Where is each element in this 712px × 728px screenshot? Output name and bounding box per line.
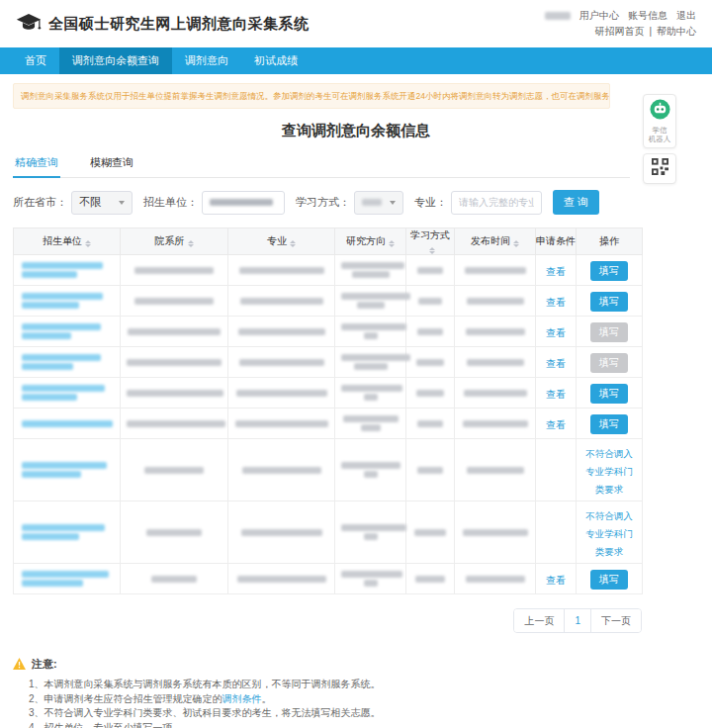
sort-icon	[513, 240, 519, 247]
user-center-link[interactable]: 用户中心	[579, 8, 619, 24]
cell-unit-link[interactable]	[14, 317, 121, 347]
cell-major	[228, 255, 335, 286]
tab-0[interactable]: 精确查询	[13, 150, 60, 178]
col-header-3[interactable]: 研究方向	[335, 228, 406, 255]
fill-button[interactable]: 填写	[590, 414, 628, 434]
cell-unit-link[interactable]	[14, 286, 121, 317]
redacted-text	[240, 298, 323, 305]
redacted-text	[239, 359, 324, 366]
yz-home-link[interactable]: 研招网首页	[594, 24, 644, 40]
cell-unit-link[interactable]	[14, 409, 121, 439]
fill-button[interactable]: 填写	[590, 384, 628, 404]
nav-item-2[interactable]: 调剂意向	[172, 47, 241, 74]
cell-major	[228, 409, 335, 439]
redacted-text	[22, 462, 107, 469]
nav-item-3[interactable]: 初试成绩	[241, 47, 311, 74]
cell-major	[228, 378, 335, 409]
next-page-button[interactable]: 下一页	[590, 609, 641, 632]
cell-action: 填写	[577, 347, 643, 378]
cell-major	[228, 439, 335, 501]
page-1-button[interactable]: 1	[564, 609, 590, 632]
view-link[interactable]: 查看	[546, 297, 566, 308]
redacted-text	[22, 293, 103, 300]
prev-page-button[interactable]: 上一页	[514, 609, 564, 632]
table-row: 不符合调入专业学科门类要求	[14, 439, 643, 501]
cell-publish-time	[455, 378, 536, 409]
redacted-text	[242, 467, 321, 474]
col-header-1[interactable]: 院系所	[121, 228, 228, 255]
fill-button[interactable]: 填写	[590, 261, 628, 281]
cell-unit-link[interactable]	[14, 501, 121, 564]
nav-item-0[interactable]: 首页	[12, 47, 59, 74]
table-row: 查看填写	[14, 564, 643, 594]
redacted-text	[238, 328, 325, 335]
cell-action: 填写	[577, 409, 643, 439]
qr-code-button[interactable]	[643, 153, 676, 184]
major-input[interactable]	[459, 197, 534, 208]
redacted-text	[144, 467, 204, 474]
cell-publish-time	[455, 439, 536, 501]
cell-dept	[121, 439, 228, 501]
cell-study-mode	[406, 255, 455, 286]
cell-direction	[335, 439, 406, 501]
not-eligible-text[interactable]: 不符合调入专业学科门类要求	[585, 448, 633, 495]
cell-study-mode	[406, 286, 455, 317]
province-select[interactable]: 不限	[71, 191, 133, 215]
view-link[interactable]: 查看	[546, 266, 566, 277]
cell-unit-link[interactable]	[14, 255, 121, 286]
sort-icon	[389, 240, 395, 247]
search-button[interactable]: 查 询	[553, 190, 599, 215]
redacted-text	[146, 529, 202, 536]
cell-direction	[335, 255, 406, 286]
cell-study-mode	[406, 409, 455, 439]
view-link[interactable]: 查看	[546, 419, 566, 430]
col-header-2[interactable]: 专业	[228, 228, 335, 255]
col-header-5[interactable]: 发布时间	[455, 228, 536, 255]
view-link[interactable]: 查看	[546, 389, 566, 400]
fill-button[interactable]: 填写	[590, 292, 628, 312]
account-info-link[interactable]: 账号信息	[628, 8, 668, 24]
logout-link[interactable]: 退出	[676, 8, 696, 24]
note-item-4: 4、招生单位、专业至少填写一项。	[13, 721, 699, 728]
cell-unit-link[interactable]	[14, 378, 121, 409]
note-text: 3、不符合调入专业学科门类要求、初试科目要求的考生，将无法填写相关志愿。	[29, 707, 381, 718]
warning-icon	[13, 658, 26, 672]
study-mode-select[interactable]	[354, 191, 403, 215]
cell-unit-link[interactable]	[14, 439, 121, 501]
study-value-redacted	[362, 199, 382, 206]
redacted-text	[415, 576, 445, 583]
nav-item-1[interactable]: 调剂意向余额查询	[59, 47, 172, 74]
not-eligible-text[interactable]: 不符合调入专业学科门类要求	[585, 510, 633, 557]
cell-study-mode	[406, 439, 455, 501]
cell-unit-link[interactable]	[14, 347, 121, 378]
redacted-text	[239, 267, 324, 274]
redacted-text	[22, 385, 105, 392]
redacted-text	[466, 328, 525, 335]
redacted-text	[341, 262, 404, 269]
note-item-1: 1、本调剂意向采集系统与调剂服务系统有本质的区别，不等同于调剂服务系统。	[13, 678, 699, 692]
cell-study-mode	[406, 564, 455, 594]
view-link[interactable]: 查看	[546, 575, 566, 586]
main-nav: 首页调剂意向余额查询调剂意向初试成绩	[0, 47, 712, 74]
redacted-text	[416, 390, 444, 397]
note-item-2: 2、申请调剂考生应符合招生管理规定确定的调剂条件。	[13, 692, 699, 707]
redacted-text	[22, 420, 113, 427]
user-name-redacted	[545, 12, 571, 20]
robot-assistant-button[interactable]: 学信 机器人	[643, 94, 676, 148]
cell-publish-time	[455, 564, 536, 594]
cell-direction	[335, 378, 406, 409]
view-link[interactable]: 查看	[546, 327, 566, 338]
tab-1[interactable]: 模糊查询	[88, 150, 135, 177]
cell-conditions: 查看	[536, 409, 577, 439]
unit-input[interactable]	[202, 191, 285, 215]
major-input-wrap	[451, 191, 542, 215]
cell-action: 不符合调入专业学科门类要求	[577, 439, 643, 501]
col-header-4[interactable]: 学习方式	[406, 228, 455, 255]
view-link[interactable]: 查看	[546, 358, 566, 369]
help-center-link[interactable]: 帮助中心	[657, 24, 696, 40]
col-header-0[interactable]: 招生单位	[14, 228, 121, 255]
cell-unit-link[interactable]	[14, 564, 121, 594]
transfer-conditions-link[interactable]: 调剂条件	[222, 693, 262, 704]
redacted-text	[467, 467, 524, 474]
fill-button[interactable]: 填写	[590, 570, 628, 590]
